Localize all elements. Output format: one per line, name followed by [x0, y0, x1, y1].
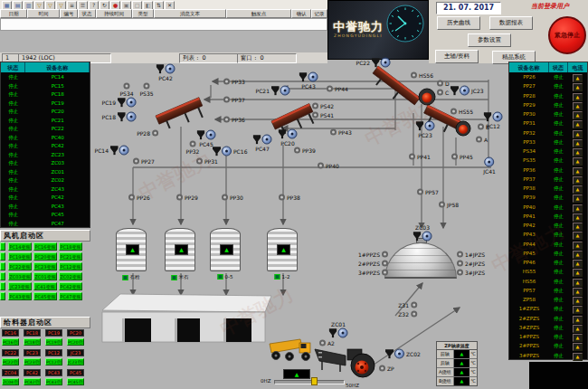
left-row-ZC43[interactable]: 停止ZC43 — [1, 185, 90, 194]
nav-button-0[interactable]: 历史曲线 — [437, 16, 480, 30]
left-row-PC21[interactable]: 停止PC21 — [1, 117, 90, 125]
fan-button-JC41变频[interactable]: JC41变频 — [33, 282, 57, 290]
fan-button-stub[interactable] — [0, 242, 5, 251]
left-col-status: 状态 — [1, 62, 25, 72]
device-name: PC21 — [25, 117, 90, 125]
fan-button-ZC02变频[interactable]: ZC02变频 — [59, 272, 82, 280]
feeder-name-PC19: PC19 — [45, 329, 62, 337]
feeder-section-bar: 给料器启动区 — [0, 317, 90, 328]
fan-button-PC14变频[interactable]: PC14变频 — [8, 242, 32, 251]
feeder-start-PC12[interactable]: PC12启动 — [45, 358, 62, 365]
alarm-table-body[interactable] — [0, 18, 327, 31]
device-status: 停止 — [1, 168, 25, 176]
left-row-PC43[interactable]: 停止PC43 — [1, 203, 90, 211]
feeder-start-PC43[interactable]: PC43启动 — [45, 378, 62, 385]
device-name: PC43 — [25, 203, 90, 211]
corner-black-panel — [529, 362, 588, 389]
fan-button-stub[interactable] — [0, 252, 5, 261]
feeder-start-JC23[interactable]: JC23启动 — [67, 358, 84, 365]
fan-button-ZC01变频[interactable]: ZC01变频 — [33, 272, 57, 280]
fan-button-stub[interactable] — [0, 272, 5, 280]
left-row-ZC03[interactable]: 停止ZC03 — [1, 159, 90, 167]
left-row-PC15[interactable]: 停止PC15 — [1, 82, 90, 90]
alarm-bell-icon: ▲ — [573, 232, 583, 240]
temp-row-后轴: 后轴▲℃ — [437, 359, 477, 368]
left-row-PC19[interactable]: 停止PC19 — [1, 100, 90, 108]
feeder-name-PC43: PC43 — [45, 369, 62, 376]
device-current: ▲ — [568, 352, 587, 362]
right-device-list: 设备名称 状态 电流 PP26停止▲PP27停止▲PP28停止▲PP29停止▲P… — [508, 62, 588, 360]
dump-truck — [270, 339, 310, 361]
feeder-name-PC42: PC42 — [24, 369, 41, 376]
left-row-ZC02[interactable]: 停止ZC02 — [1, 176, 90, 185]
frequency-slider-thumb[interactable] — [311, 377, 318, 385]
fan-button-grid: PC14变频PC16变频PC18变频PC19变频PC20变频PC21变频PC22… — [0, 242, 90, 304]
alarm-bell-icon: ▲ — [573, 185, 583, 194]
fan-button-PC19变频[interactable]: PC19变频 — [8, 252, 32, 261]
feeder-start-PC19[interactable]: PC19启动 — [45, 338, 62, 346]
left-row-PC14[interactable]: 停止PC14 — [1, 73, 90, 81]
left-row-PC47[interactable]: 停止PC47 — [1, 220, 90, 228]
nav-button-1[interactable]: 数据报表 — [489, 16, 533, 30]
right-list-header: 设备名称 状态 电流 — [509, 62, 587, 72]
device-status: 停止 — [1, 90, 25, 99]
fan-button-PC23变频[interactable]: PC23变频 — [33, 262, 57, 270]
fan-button-PC47变频[interactable]: PC47变频 — [59, 292, 82, 300]
feeder-start-ZC04[interactable]: ZC04启动 — [2, 378, 19, 385]
left-col-device: 设备名称 — [25, 62, 90, 72]
left-row-PC22[interactable]: 停止PC22 — [1, 125, 90, 133]
fan-button-PC12变频[interactable]: PC12变频 — [59, 262, 82, 270]
feeder-name-PC12: PC12 — [45, 349, 62, 356]
feeder-start-PC16[interactable]: PC16启动 — [2, 338, 19, 346]
silo-米石[interactable]: ▲ — [165, 228, 195, 271]
emergency-stop-button[interactable]: 紧急停止 — [548, 16, 586, 54]
fan-button-PC42变频[interactable]: PC42变频 — [59, 282, 82, 290]
device-name: PC15 — [25, 82, 90, 90]
feeder-start-PC45[interactable]: PC45启动 — [67, 378, 84, 385]
alarm-bell-icon: ▲ — [573, 353, 583, 361]
fan-button-PC43变频[interactable]: PC43变频 — [8, 292, 32, 300]
left-list-header: 状态 设备名称 — [1, 62, 90, 72]
device-name: PC40 — [25, 134, 90, 142]
fan-button-PC16变频[interactable]: PC16变频 — [33, 242, 57, 251]
left-row-PC45[interactable]: 停止PC45 — [1, 211, 90, 219]
left-row-ZC23[interactable]: 停止ZC23 — [1, 151, 90, 159]
fan-button-stub[interactable] — [0, 262, 5, 270]
nav-button-2[interactable]: 参数设置 — [468, 33, 511, 47]
fan-button-stub[interactable] — [0, 282, 5, 290]
feeder-start-PC23[interactable]: PC23启动 — [24, 358, 41, 365]
alarm-bell-icon: ▲ — [573, 83, 583, 91]
left-row-ZC01[interactable]: 停止ZC01 — [1, 168, 90, 176]
device-name: PC19 — [25, 100, 90, 108]
feeder-start-PC18[interactable]: PC18启动 — [24, 338, 41, 346]
feeder-start-PC42[interactable]: PC42启动 — [24, 378, 41, 385]
frequency-slider-track[interactable] — [274, 380, 345, 384]
feeder-start-PC20[interactable]: PC20启动 — [67, 338, 84, 346]
fan-button-ZC03变频[interactable]: ZC03变频 — [8, 272, 32, 280]
left-row-PC42[interactable]: 停止PC42 — [1, 194, 90, 202]
device-name: ZC02 — [25, 176, 90, 185]
fan-button-JC23变频[interactable]: JC23变频 — [8, 282, 32, 290]
device-name: ZC23 — [25, 151, 90, 159]
crusher-1 — [419, 89, 435, 105]
temp-unit: ℃ — [469, 350, 477, 358]
fan-button-PC20变频[interactable]: PC20变频 — [33, 252, 57, 261]
silo-0-5[interactable]: ▲ — [210, 228, 241, 271]
fan-button-PC21变频[interactable]: PC21变频 — [59, 252, 82, 261]
left-row-PC42[interactable]: 停止PC42 — [1, 142, 90, 150]
left-row-PC40[interactable]: 停止PC40 — [1, 134, 90, 142]
left-row-PC20[interactable]: 停止PC20 — [1, 108, 90, 116]
silo-1-2[interactable]: ▲ — [267, 228, 298, 271]
fan-button-PC22变频[interactable]: PC22变频 — [8, 262, 32, 270]
clock-icon — [385, 4, 425, 43]
fan-button-PC18变频[interactable]: PC18变频 — [59, 242, 82, 251]
device-name: PC14 — [25, 73, 90, 81]
alarm-bell-icon: ▲ — [573, 204, 583, 213]
silo-石粉[interactable]: ▲ — [116, 228, 147, 271]
feeder-start-PC22[interactable]: PC22启动 — [2, 358, 19, 365]
left-row-PC18[interactable]: 停止PC18 — [1, 90, 90, 99]
fan-button-stub[interactable] — [0, 292, 5, 300]
right-row-3#PPZS[interactable]: 3#PPZS停止▲ — [509, 352, 587, 362]
device-name: 3#PPZS — [509, 352, 549, 362]
fan-button-PC45变频[interactable]: PC45变频 — [33, 292, 57, 300]
